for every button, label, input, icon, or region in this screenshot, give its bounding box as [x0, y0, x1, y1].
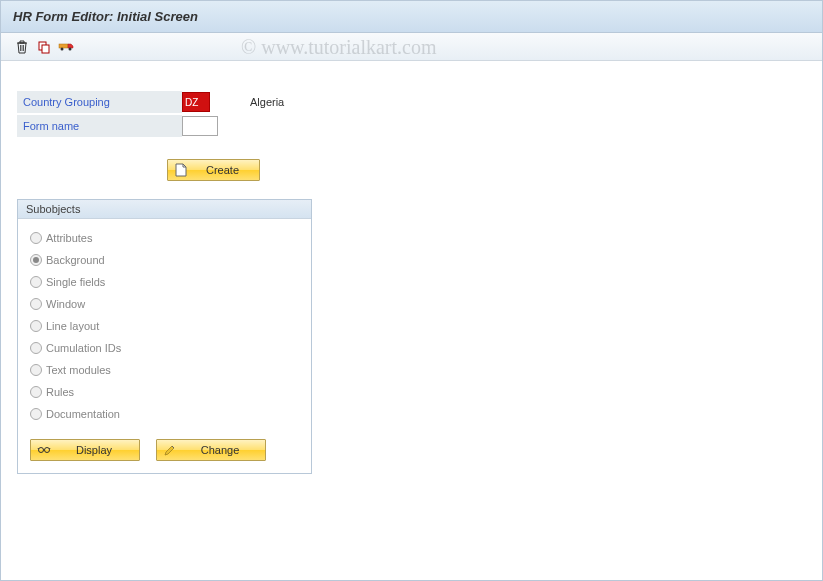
radio-text-modules[interactable]: Text modules	[30, 359, 299, 381]
radio-label: Line layout	[46, 320, 99, 332]
page-title: HR Form Editor: Initial Screen	[1, 1, 822, 33]
radio-attributes[interactable]: Attributes	[30, 227, 299, 249]
radio-label: Text modules	[46, 364, 111, 376]
create-button-label: Create	[192, 164, 253, 176]
country-grouping-input[interactable]	[182, 92, 210, 112]
subobjects-group: Subobjects Attributes Background Single …	[17, 199, 312, 474]
display-button[interactable]: Display	[30, 439, 140, 461]
radio-line-layout[interactable]: Line layout	[30, 315, 299, 337]
form-name-row: Form name	[17, 115, 806, 137]
radio-label: Documentation	[46, 408, 120, 420]
radio-label: Rules	[46, 386, 74, 398]
svg-point-5	[39, 448, 44, 453]
radio-icon	[30, 342, 42, 354]
content-area: © www.tutorialkart.com Country Grouping …	[1, 61, 822, 490]
radio-label: Cumulation IDs	[46, 342, 121, 354]
radio-single-fields[interactable]: Single fields	[30, 271, 299, 293]
svg-point-3	[61, 47, 64, 50]
change-button[interactable]: Change	[156, 439, 266, 461]
subobjects-buttons: Display Change	[30, 439, 299, 461]
glasses-icon	[37, 443, 51, 457]
radio-label: Background	[46, 254, 105, 266]
radio-label: Window	[46, 298, 85, 310]
radio-label: Single fields	[46, 276, 105, 288]
display-button-label: Display	[55, 444, 133, 456]
radio-icon	[30, 386, 42, 398]
radio-rules[interactable]: Rules	[30, 381, 299, 403]
svg-point-4	[69, 47, 72, 50]
svg-rect-1	[42, 45, 49, 53]
radio-icon	[30, 364, 42, 376]
country-grouping-row: Country Grouping Algeria	[17, 91, 806, 113]
form-name-input[interactable]	[182, 116, 218, 136]
radio-label: Attributes	[46, 232, 92, 244]
delete-icon[interactable]	[13, 38, 31, 56]
radio-icon	[30, 254, 42, 266]
transport-icon[interactable]	[57, 38, 75, 56]
pencil-icon	[163, 443, 177, 457]
create-button[interactable]: Create	[167, 159, 260, 181]
subobjects-body: Attributes Background Single fields Wind…	[18, 219, 311, 473]
radio-icon	[30, 298, 42, 310]
country-grouping-label: Country Grouping	[17, 91, 182, 113]
radio-icon	[30, 408, 42, 420]
radio-icon	[30, 276, 42, 288]
form-name-label: Form name	[17, 115, 182, 137]
copy-icon[interactable]	[35, 38, 53, 56]
country-grouping-desc: Algeria	[250, 96, 284, 108]
radio-documentation[interactable]: Documentation	[30, 403, 299, 425]
change-button-label: Change	[181, 444, 259, 456]
radio-window[interactable]: Window	[30, 293, 299, 315]
radio-icon	[30, 232, 42, 244]
svg-point-6	[45, 448, 50, 453]
radio-background[interactable]: Background	[30, 249, 299, 271]
create-button-row: Create	[167, 159, 806, 181]
radio-icon	[30, 320, 42, 332]
create-doc-icon	[174, 163, 188, 177]
radio-cumulation-ids[interactable]: Cumulation IDs	[30, 337, 299, 359]
toolbar	[1, 33, 822, 61]
subobjects-title: Subobjects	[18, 200, 311, 219]
svg-rect-2	[59, 44, 68, 48]
